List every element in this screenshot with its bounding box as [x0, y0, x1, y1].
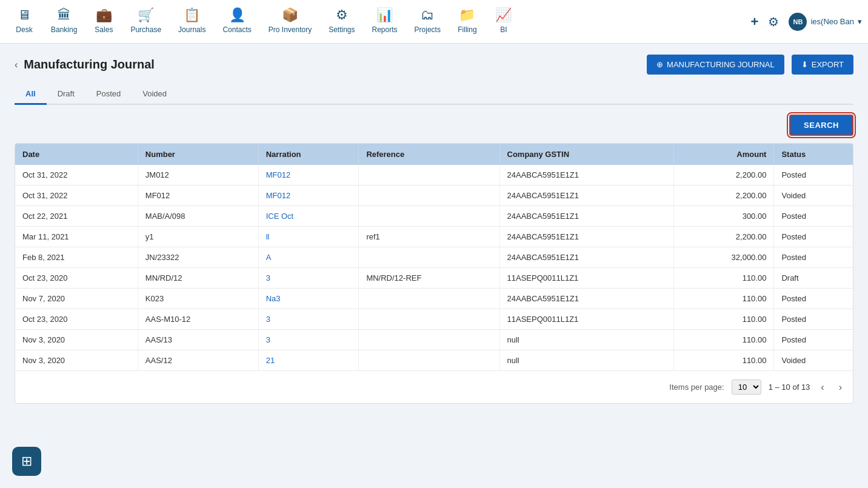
table-cell-9-5: 110.00 [673, 350, 774, 371]
table-cell-9-2[interactable]: 21 [258, 350, 359, 371]
nav-right-actions: + ⚙ NB ies(Neo Ban ▾ [751, 13, 862, 31]
table-cell-7-3 [359, 309, 499, 330]
filling-label: Filling [458, 25, 476, 34]
tab-posted[interactable]: Posted [85, 84, 132, 105]
table-cell-6-1: K023 [138, 289, 258, 309]
nav-item-desk[interactable]: 🖥 Desk [6, 2, 42, 41]
table-cell-6-5: 110.00 [673, 289, 774, 309]
page-header: ‹ Manufacturing Journal ⊕ MANUFACTURING … [15, 55, 853, 75]
nav-item-settings[interactable]: ⚙ Settings [320, 2, 363, 41]
table-cell-2-2[interactable]: ICE Oct [258, 206, 359, 227]
table-cell-2-0: Oct 22, 2021 [15, 206, 138, 227]
table-cell-2-4: 24AABCA5951E1Z1 [499, 206, 673, 227]
search-button[interactable]: SEARCH [789, 115, 853, 136]
nav-item-pro-inventory[interactable]: 📦 Pro Inventory [260, 2, 320, 41]
items-per-page-select[interactable]: 10 25 50 [732, 379, 761, 395]
narration-link-9[interactable]: 21 [266, 356, 275, 365]
sales-label: Sales [95, 25, 113, 34]
table-cell-4-2[interactable]: A [258, 247, 359, 268]
table-header: DateNumberNarrationReferenceCompany GSTI… [15, 144, 853, 165]
table-cell-5-1: MN/RD/12 [138, 268, 258, 289]
tab-draft[interactable]: Draft [47, 84, 85, 105]
table-cell-8-2[interactable]: 3 [258, 330, 359, 350]
narration-link-4[interactable]: A [266, 253, 272, 262]
narration-link-5[interactable]: 3 [266, 273, 270, 282]
narration-link-0[interactable]: MF012 [266, 170, 290, 179]
manufacturing-journal-button[interactable]: ⊕ MANUFACTURING JOURNAL [647, 55, 784, 75]
table-cell-5-6: Draft [774, 268, 853, 289]
settings-icon[interactable]: ⚙ [768, 15, 779, 29]
nav-item-purchase[interactable]: 🛒 Purchase [122, 2, 170, 41]
tab-voided[interactable]: Voided [132, 84, 178, 105]
page-title: Manufacturing Journal [24, 58, 155, 72]
export-button[interactable]: ⬇ EXPORT [792, 55, 853, 75]
table-row: Oct 31, 2022MF012MF01224AABCA5951E1Z12,2… [15, 186, 853, 206]
purchase-label: Purchase [130, 25, 161, 34]
nav-items-list: 🖥 Desk 🏛 Banking 💼 Sales 🛒 Purchase 📋 Jo… [6, 2, 751, 41]
nav-item-projects[interactable]: 🗂 Projects [406, 2, 449, 41]
table-row: Oct 23, 2020AAS-M10-12311ASEPQ0011L1Z111… [15, 309, 853, 330]
narration-link-3[interactable]: ll [266, 232, 270, 241]
table-cell-7-5: 110.00 [673, 309, 774, 330]
nav-item-contacts[interactable]: 👤 Contacts [214, 2, 259, 41]
journals-label: Journals [178, 25, 205, 34]
table-cell-3-1: y1 [138, 227, 258, 247]
narration-link-8[interactable]: 3 [266, 335, 270, 344]
table-cell-7-2[interactable]: 3 [258, 309, 359, 330]
table-row: Nov 7, 2020K023Na324AABCA5951E1Z1110.00P… [15, 289, 853, 309]
user-menu[interactable]: NB ies(Neo Ban ▾ [789, 13, 862, 31]
table-cell-5-2[interactable]: 3 [258, 268, 359, 289]
manufacturing-journal-icon: ⊕ [656, 60, 663, 69]
narration-link-2[interactable]: ICE Oct [266, 212, 294, 221]
settings-label: Settings [329, 25, 355, 34]
table-cell-6-0: Nov 7, 2020 [15, 289, 138, 309]
table-cell-9-6: Voided [774, 350, 853, 371]
table-cell-6-6: Posted [774, 289, 853, 309]
col-header-status: Status [774, 144, 853, 165]
col-header-reference: Reference [359, 144, 499, 165]
table-cell-1-1: MF012 [138, 186, 258, 206]
narration-link-7[interactable]: 3 [266, 315, 270, 324]
prev-page-button[interactable]: ‹ [817, 381, 827, 394]
next-page-button[interactable]: › [835, 381, 846, 394]
table-row: Nov 3, 2020AAS/1221null110.00Voided [15, 350, 853, 371]
table-cell-5-5: 110.00 [673, 268, 774, 289]
narration-link-1[interactable]: MF012 [266, 191, 290, 200]
col-header-company-gstin: Company GSTIN [499, 144, 673, 165]
add-button[interactable]: + [751, 14, 759, 30]
table-cell-0-4: 24AABCA5951E1Z1 [499, 165, 673, 186]
table-cell-1-2[interactable]: MF012 [258, 186, 359, 206]
table-row: Oct 31, 2022JM012MF01224AABCA5951E1Z12,2… [15, 165, 853, 186]
nav-item-reports[interactable]: 📊 Reports [364, 2, 406, 41]
nav-item-sales[interactable]: 💼 Sales [85, 2, 122, 41]
nav-item-bi[interactable]: 📈 BI [486, 2, 522, 41]
table-cell-8-3 [359, 330, 499, 350]
table-cell-4-5: 32,000.00 [673, 247, 774, 268]
back-button[interactable]: ‹ [15, 59, 18, 70]
table-cell-3-2[interactable]: ll [258, 227, 359, 247]
reports-icon: 📊 [376, 7, 393, 23]
table-cell-6-2[interactable]: Na3 [258, 289, 359, 309]
purchase-icon: 🛒 [138, 7, 154, 23]
table-cell-3-4: 24AABCA5951E1Z1 [499, 227, 673, 247]
banking-icon: 🏛 [58, 7, 71, 23]
table-cell-7-0: Oct 23, 2020 [15, 309, 138, 330]
table-row: Oct 22, 2021MAB/A/098ICE Oct24AABCA5951E… [15, 206, 853, 227]
avatar: NB [789, 13, 807, 31]
top-navigation: 🖥 Desk 🏛 Banking 💼 Sales 🛒 Purchase 📋 Jo… [0, 0, 868, 44]
nav-item-banking[interactable]: 🏛 Banking [42, 2, 85, 41]
table-row: Nov 3, 2020AAS/133null110.00Posted [15, 330, 853, 350]
table-cell-7-1: AAS-M10-12 [138, 309, 258, 330]
table-cell-1-4: 24AABCA5951E1Z1 [499, 186, 673, 206]
table-cell-3-6: Posted [774, 227, 853, 247]
narration-link-6[interactable]: Na3 [266, 294, 281, 303]
table-cell-0-2[interactable]: MF012 [258, 165, 359, 186]
banking-label: Banking [51, 25, 77, 34]
table-cell-0-0: Oct 31, 2022 [15, 165, 138, 186]
header-actions: ⊕ MANUFACTURING JOURNAL ⬇ EXPORT [647, 55, 853, 75]
journals-icon: 📋 [184, 7, 200, 23]
nav-item-journals[interactable]: 📋 Journals [170, 2, 214, 41]
table-cell-0-1: JM012 [138, 165, 258, 186]
tab-all[interactable]: All [15, 84, 47, 105]
nav-item-filling[interactable]: 📁 Filling [449, 2, 486, 41]
